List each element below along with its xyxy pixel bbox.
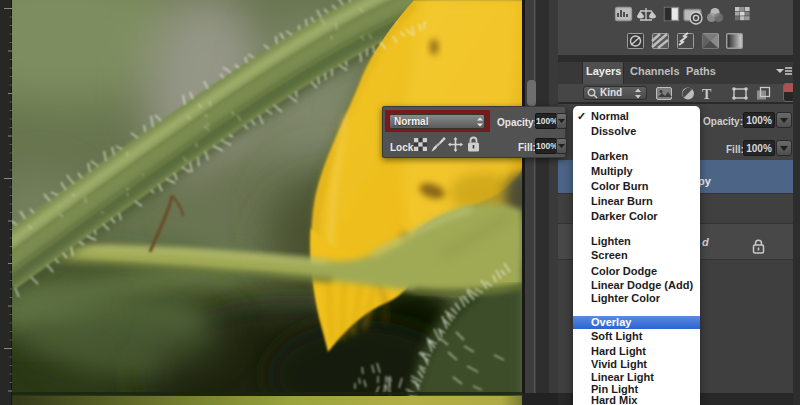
- svg-text:T: T: [702, 87, 712, 102]
